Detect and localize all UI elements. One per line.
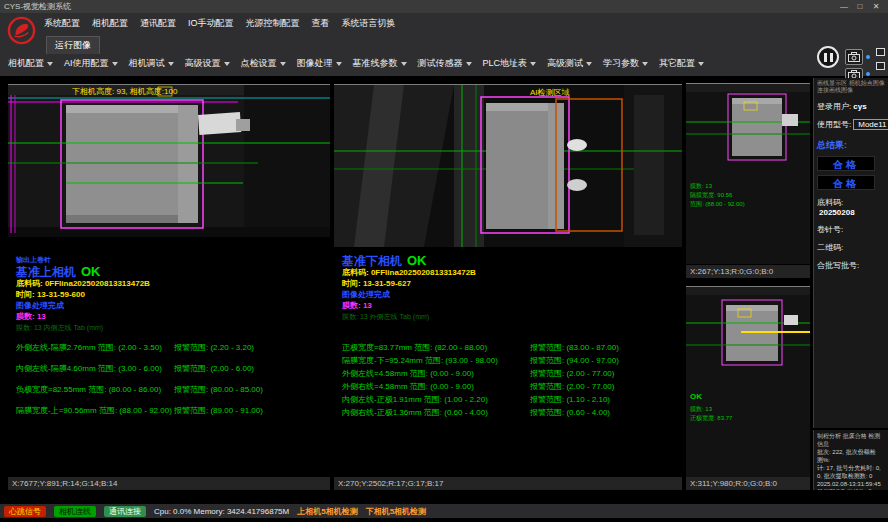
toolbar-item-label: 其它配置 xyxy=(659,57,695,70)
lower-camera-svg: AI检测区域 xyxy=(334,85,682,247)
qr-label: 二维码: xyxy=(817,242,885,253)
dropdown-arrow-icon xyxy=(642,62,648,66)
status-led-1 xyxy=(866,55,870,59)
camera-view-aux-1: 膜数: 13 隔膜宽度: 90.56 范围: (88.00 - 92.00) X… xyxy=(686,78,810,278)
mini-monitor-icon[interactable] xyxy=(876,48,885,56)
lower-time-text: 时间: 13-31-59-627 xyxy=(342,278,476,289)
toolbar-item-label: PLC地址表 xyxy=(483,57,528,70)
model-row: 使用型号:Mode11 xyxy=(817,119,885,130)
login-label: 登录用户: xyxy=(817,102,851,111)
aux2-camera-svg: OK 膜数: 13 正极宽度: 83.77 xyxy=(686,287,810,477)
camera-view-aux-1-image[interactable]: 膜数: 13 隔膜宽度: 90.56 范围: (88.00 - 92.00) xyxy=(686,83,810,268)
upper-camera-status: 上相机5相机检测 xyxy=(297,506,357,517)
measurement-alarm: 报警范围: (89.00 - 91.00) xyxy=(174,405,328,426)
camera-view-upper-image[interactable]: 下相机高度: 93, 相机高度:100 xyxy=(8,84,330,241)
camera-view-upper: 下相机高度: 93, 相机高度:100 输出上卷针 基准上相机OK 底料码: 0… xyxy=(8,78,330,490)
status-bar: 心跳信号 相机连线 通讯连接 Cpu: 0.0% Memory: 3424.41… xyxy=(0,504,888,518)
tab-run-image[interactable]: 运行图像 xyxy=(46,36,100,54)
measurement-alarm: 报警范围: (2.00 - 77.00) xyxy=(530,368,680,381)
toolbar-item-plc-address[interactable]: PLC地址表 xyxy=(483,57,537,70)
toolbar-item-label: 学习参数 xyxy=(603,57,639,70)
minimize-button[interactable]: — xyxy=(836,2,852,11)
dropdown-arrow-icon xyxy=(336,62,342,66)
aux1-text-line: 隔膜宽度: 90.56 xyxy=(690,191,733,199)
toolbar-item-image-processing[interactable]: 图像处理 xyxy=(297,57,342,70)
toolbar-item-spot-check[interactable]: 点检设置 xyxy=(241,57,286,70)
toolbar-item-test-sensor[interactable]: 测试传感器 xyxy=(418,57,472,70)
mini-monitor-icon[interactable] xyxy=(876,62,885,70)
camera-view-lower-image[interactable]: AI检测区域 xyxy=(334,84,682,251)
pause-icon xyxy=(824,53,827,62)
measurement-value: 负极宽度=82.55mm 范围: (80.00 - 86.00) xyxy=(16,384,174,405)
result-indicator-2: 合格 xyxy=(817,175,875,190)
toolbar: 相机配置 AI使用配置 相机调试 高级设置 点检设置 图像处理 基准线参数 测试… xyxy=(8,57,704,70)
stats-line: 计: 17, 批号分先耗时: 0, xyxy=(817,464,885,472)
lower-result-ok: OK xyxy=(407,253,427,268)
menubar: 系统配置 相机配置 通讯配置 IO手动配置 光源控制配置 查看 系统语言切换 xyxy=(44,17,396,30)
toolbar-item-label: 相机调试 xyxy=(129,57,165,70)
measurement-value: 外侧左线-隔膜2.76mm 范围: (2.00 - 3.50) xyxy=(16,342,174,363)
menu-item-view[interactable]: 查看 xyxy=(312,17,330,30)
heartbeat-badge: 心跳信号 xyxy=(4,506,46,517)
measurement-row: 隔膜宽度-下=95.24mm 范围: (93.00 - 98.00)报警范围: … xyxy=(342,355,680,368)
close-button[interactable]: ✕ xyxy=(868,2,884,11)
aux2-text-line: 膜数: 13 xyxy=(690,406,713,412)
menu-item-system-config[interactable]: 系统配置 xyxy=(44,17,80,30)
camera-link-badge: 相机连线 xyxy=(54,506,96,517)
result-label: 总结果: xyxy=(817,139,885,152)
toolbar-item-learning-params[interactable]: 学习参数 xyxy=(603,57,648,70)
upper-barcode-text: 底料码: 0FFlina2025020813313472B xyxy=(16,278,150,289)
measurement-row: 内侧左线-正极1.91mm 范围: (1.00 - 2.20)报警范围: (1.… xyxy=(342,394,680,407)
menu-item-camera-config[interactable]: 相机配置 xyxy=(92,17,128,30)
toolbar-item-advanced-settings[interactable]: 高级设置 xyxy=(185,57,230,70)
toolbar-item-advanced-test[interactable]: 高级测试 xyxy=(547,57,592,70)
titlebar: CYS-视觉检测系统 — □ ✕ xyxy=(0,0,888,13)
upper-count-text: 膜数: 13 xyxy=(16,311,150,322)
menu-item-io-manual-config[interactable]: IO手动配置 xyxy=(188,17,234,30)
camera-view-aux-2: OK 膜数: 13 正极宽度: 83.77 X:311;Y:980;R:0;G:… xyxy=(686,281,810,490)
header-bar: 系统配置 相机配置 通讯配置 IO手动配置 光源控制配置 查看 系统语言切换 运… xyxy=(0,13,888,76)
barcode-value: 20250208 xyxy=(819,208,885,217)
upper-dim-text: 膜数: 13 内侧左线 Tab (mm) xyxy=(16,322,150,333)
menu-item-language-switch[interactable]: 系统语言切换 xyxy=(342,17,396,30)
window-title: CYS-视觉检测系统 xyxy=(4,1,71,12)
stats-line: 2025.02.08-13:31:59:45 xyxy=(817,480,885,488)
measurement-alarm: 报警范围: (83.00 - 87.00) xyxy=(530,342,680,355)
menu-item-comm-config[interactable]: 通讯配置 xyxy=(140,17,176,30)
dropdown-arrow-icon xyxy=(466,62,472,66)
camera-tool-button-1[interactable] xyxy=(845,49,863,65)
batch-label: 合批写批号: xyxy=(817,260,885,271)
toolbar-item-label: 测试传感器 xyxy=(418,57,463,70)
toolbar-item-camera-config[interactable]: 相机配置 xyxy=(8,57,53,70)
upper-coords-readout: X:7677;Y:891;R:14;G:14;B:14 xyxy=(8,477,330,490)
camera-view-aux-2-image[interactable]: OK 膜数: 13 正极宽度: 83.77 xyxy=(686,286,810,481)
menu-item-light-control-config[interactable]: 光源控制配置 xyxy=(246,17,300,30)
toolbar-item-other-config[interactable]: 其它配置 xyxy=(659,57,704,70)
lower-dim-text: 膜数: 13 外侧左线 Tab (mm) xyxy=(342,311,476,322)
toolbar-item-label: 图像处理 xyxy=(297,57,333,70)
stats-panel: 制程分析 批废合格 检测信息 批次: 222, 批次份额检测%: 计: 17, … xyxy=(813,430,888,490)
measurement-value: 正极宽度=83.77mm 范围: (82.00 - 88.00) xyxy=(342,342,530,355)
barcode-label: 底料码: xyxy=(817,197,885,208)
measurement-row: 正极宽度=83.77mm 范围: (82.00 - 88.00)报警范围: (8… xyxy=(342,342,680,355)
toolbar-item-label: 点检设置 xyxy=(241,57,277,70)
toolbar-item-baseline-params[interactable]: 基准线参数 xyxy=(353,57,407,70)
measurement-row: 隔膜宽度-上=90.56mm 范围: (88.00 - 92.00)报警范围: … xyxy=(16,405,328,426)
pause-button[interactable] xyxy=(817,46,839,68)
lower-count-text: 膜数: 13 xyxy=(342,300,476,311)
comm-link-badge: 通讯连接 xyxy=(104,506,146,517)
maximize-button[interactable]: □ xyxy=(852,2,868,11)
toolbar-item-ai-config[interactable]: AI使用配置 xyxy=(64,57,118,70)
measurement-value: 隔膜宽度-上=90.56mm 范围: (88.00 - 92.00) xyxy=(16,405,174,426)
toolbar-item-camera-debug[interactable]: 相机调试 xyxy=(129,57,174,70)
measurement-row: 外侧左线=4.58mm 范围: (0.00 - 9.00)报警范围: (2.00… xyxy=(342,368,680,381)
dropdown-arrow-icon xyxy=(168,62,174,66)
aux1-text-line: 范围: (88.00 - 92.00) xyxy=(690,201,745,208)
lower-camera-status: 下相机5相机检测 xyxy=(366,506,426,517)
upper-overlay-text: 输出上卷针 基准上相机OK 底料码: 0FFlina20250208133134… xyxy=(16,254,150,333)
model-label: 使用型号: xyxy=(817,120,851,129)
app-window: CYS-视觉检测系统 — □ ✕ 系统配置 相机配置 通讯配置 IO手动配置 光… xyxy=(0,0,888,522)
upper-overlay-title-row: 基准上相机OK xyxy=(16,265,150,278)
lower-coords-readout: X:270;Y:2502;R:17;G:17;B:17 xyxy=(334,477,682,490)
lower-status-text: 图像处理完成 xyxy=(342,289,476,300)
